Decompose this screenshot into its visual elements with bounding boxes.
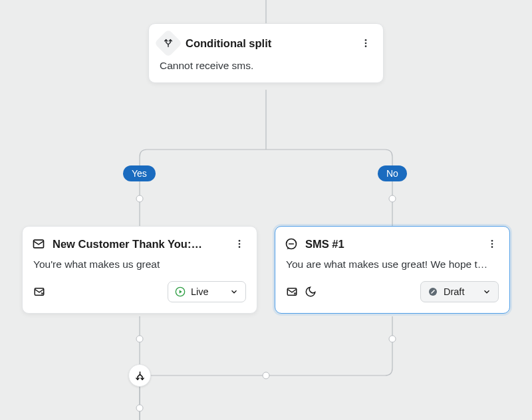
- svg-point-14: [365, 43, 367, 45]
- mail-icon: [32, 237, 45, 251]
- more-button[interactable]: [231, 236, 247, 252]
- chevron-down-icon: [229, 287, 239, 296]
- svg-point-7: [136, 336, 143, 342]
- split-icon: [154, 29, 182, 57]
- sms-node[interactable]: SMS #1 You are what makes use great! We …: [275, 226, 510, 314]
- svg-point-13: [365, 39, 367, 41]
- status-dropdown[interactable]: Live: [168, 281, 246, 302]
- status-dropdown[interactable]: Draft: [420, 281, 499, 302]
- svg-point-15: [365, 45, 367, 47]
- split-condition: Cannot receive sms.: [149, 57, 383, 82]
- branch-label-yes: Yes: [123, 165, 156, 181]
- email-title: New Customer Thank You:…: [53, 238, 224, 251]
- svg-point-19: [239, 246, 241, 248]
- svg-point-9: [389, 336, 396, 342]
- sms-title: SMS #1: [305, 238, 477, 251]
- live-status-icon: [175, 286, 186, 297]
- merge-node[interactable]: [128, 364, 151, 387]
- quiet-hours-icon: [305, 286, 317, 298]
- email-body: You're what makes us great: [23, 256, 257, 281]
- sms-icon: [285, 237, 298, 251]
- smart-send-icon: [286, 286, 298, 298]
- svg-point-12: [136, 405, 143, 411]
- svg-point-4: [136, 195, 143, 202]
- split-title: Conditional split: [186, 37, 350, 50]
- more-button[interactable]: [358, 35, 374, 51]
- svg-point-18: [239, 243, 241, 245]
- svg-point-25: [491, 246, 493, 248]
- svg-point-23: [491, 240, 493, 242]
- smart-send-icon: [33, 286, 45, 298]
- svg-point-17: [239, 240, 241, 242]
- status-label: Draft: [444, 286, 464, 297]
- sms-body: You are what makes use great! We hope t…: [275, 256, 509, 281]
- branch-label-no: No: [378, 165, 407, 181]
- status-label: Live: [191, 286, 209, 297]
- svg-point-24: [491, 243, 493, 245]
- chevron-down-icon: [482, 287, 491, 296]
- svg-point-10: [263, 372, 269, 379]
- conditional-split-node[interactable]: Conditional split Cannot receive sms.: [148, 23, 384, 83]
- draft-status-icon: [428, 286, 438, 297]
- more-button[interactable]: [484, 236, 500, 252]
- svg-point-5: [389, 195, 396, 202]
- email-node[interactable]: New Customer Thank You:… You're what mak…: [22, 226, 257, 314]
